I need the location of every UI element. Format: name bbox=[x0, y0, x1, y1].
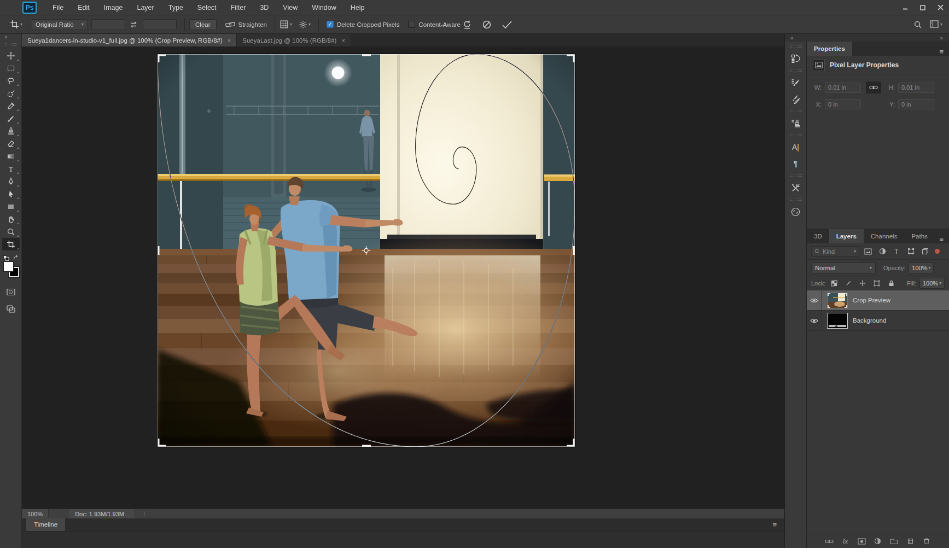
status-chevron-icon[interactable]: 〉 bbox=[143, 510, 149, 518]
tab-layers[interactable]: Layers bbox=[829, 229, 864, 243]
filter-smart-objects-icon[interactable] bbox=[919, 246, 930, 256]
tool-brush[interactable] bbox=[2, 112, 20, 125]
tool-clone-stamp[interactable] bbox=[2, 125, 20, 137]
strip-grip[interactable] bbox=[790, 134, 802, 136]
tool-eyedropper[interactable] bbox=[2, 100, 20, 112]
straighten-label[interactable]: Straighten bbox=[238, 21, 267, 28]
doc-size-readout[interactable]: Doc: 1.93M/1.93M bbox=[69, 509, 135, 518]
filter-adjustment-layers-icon[interactable] bbox=[877, 246, 888, 256]
strip-grip[interactable] bbox=[790, 69, 802, 72]
swap-colors-icon[interactable] bbox=[13, 255, 19, 261]
delete-cropped-pixels-option[interactable]: ✓ Delete Cropped Pixels bbox=[327, 21, 399, 28]
filter-pixel-layers-icon[interactable] bbox=[863, 246, 874, 256]
tab-document-1[interactable]: Sueya1dancers-in-studio-v1_full.jpg @ 10… bbox=[22, 34, 237, 46]
menu-select[interactable]: Select bbox=[190, 0, 224, 15]
layer-row-background[interactable]: Background bbox=[807, 311, 949, 331]
clone-source-panel-icon[interactable] bbox=[788, 116, 804, 130]
tab-channels[interactable]: Channels bbox=[864, 229, 905, 243]
brush-settings-panel-icon[interactable] bbox=[788, 75, 804, 90]
clear-button[interactable]: Clear bbox=[189, 19, 216, 30]
tool-path-select[interactable] bbox=[2, 188, 20, 200]
tool-hand[interactable] bbox=[2, 213, 20, 225]
crop-height-input[interactable] bbox=[143, 19, 177, 30]
foreground-color-swatch[interactable] bbox=[3, 261, 14, 272]
toolbar-grip[interactable] bbox=[5, 43, 17, 46]
lock-artboard-icon[interactable] bbox=[871, 278, 882, 288]
tool-zoom[interactable] bbox=[2, 225, 20, 238]
swap-dimensions-icon[interactable] bbox=[130, 21, 138, 28]
tool-pen[interactable] bbox=[2, 175, 20, 188]
layer-height-field[interactable]: 0.01 in bbox=[898, 83, 934, 93]
tool-presets-panel-icon[interactable] bbox=[788, 180, 804, 195]
reset-crop-icon[interactable] bbox=[462, 20, 472, 30]
tool-rectangle[interactable] bbox=[2, 200, 20, 213]
tool-eraser[interactable] bbox=[2, 137, 20, 150]
properties-menu-icon[interactable]: ≡ bbox=[939, 48, 944, 56]
current-tool-badge[interactable]: ▾ bbox=[10, 20, 22, 29]
workspace-selector-icon[interactable]: ▾ bbox=[930, 20, 942, 28]
commit-crop-icon[interactable] bbox=[502, 20, 513, 29]
tool-marquee[interactable] bbox=[2, 62, 20, 74]
tool-crop[interactable] bbox=[2, 238, 20, 250]
checkbox-checked-icon[interactable]: ✓ bbox=[327, 21, 334, 28]
layer-thumbnail[interactable] bbox=[827, 293, 848, 308]
layer-thumbnail[interactable] bbox=[827, 313, 848, 329]
layer-style-fx-icon[interactable]: fx bbox=[840, 536, 851, 546]
tab-document-2[interactable]: SueyaLast.jpg @ 100% (RGB/8#) × bbox=[237, 34, 351, 46]
expand-panels-icon[interactable]: » bbox=[940, 35, 944, 41]
filter-type-layers-icon[interactable]: T bbox=[891, 246, 902, 256]
search-icon[interactable] bbox=[913, 20, 922, 29]
tab-3d[interactable]: 3D bbox=[807, 229, 829, 243]
content-aware-option[interactable]: Content-Aware bbox=[408, 21, 461, 28]
menu-edit[interactable]: Edit bbox=[71, 0, 97, 15]
tool-type[interactable]: T bbox=[2, 162, 20, 175]
tool-gradient[interactable] bbox=[2, 150, 20, 162]
default-colors-icon[interactable] bbox=[3, 255, 9, 261]
menu-type[interactable]: Type bbox=[161, 0, 190, 15]
delete-layer-icon[interactable] bbox=[921, 536, 932, 546]
menu-layer[interactable]: Layer bbox=[130, 0, 161, 15]
visibility-eye-icon[interactable] bbox=[807, 311, 822, 330]
menu-help[interactable]: Help bbox=[343, 0, 372, 15]
crop-settings-gear-icon[interactable]: ▾ bbox=[299, 20, 311, 29]
minimize-icon[interactable] bbox=[896, 0, 914, 15]
straighten-icon[interactable] bbox=[225, 21, 235, 28]
screen-mode-icon[interactable] bbox=[2, 302, 20, 315]
checkbox-unchecked-icon[interactable] bbox=[408, 21, 415, 28]
menu-file[interactable]: File bbox=[45, 0, 71, 15]
close-tab-icon[interactable]: × bbox=[341, 37, 345, 44]
tab-paths[interactable]: Paths bbox=[904, 229, 934, 243]
lock-pixels-icon[interactable] bbox=[843, 278, 854, 288]
maximize-icon[interactable] bbox=[914, 0, 931, 15]
tab-properties[interactable]: Properties bbox=[807, 42, 852, 56]
strip-grip[interactable] bbox=[790, 110, 802, 112]
character-panel-icon[interactable]: A| bbox=[788, 140, 804, 154]
new-adjustment-layer-icon[interactable] bbox=[872, 536, 883, 546]
lock-all-icon[interactable] bbox=[886, 278, 896, 288]
cancel-crop-icon[interactable] bbox=[482, 20, 492, 30]
document-image[interactable] bbox=[158, 54, 575, 447]
filter-toggle-icon[interactable] bbox=[935, 249, 940, 254]
toolbar-expand-icon[interactable]: » bbox=[4, 34, 8, 42]
menu-view[interactable]: View bbox=[276, 0, 305, 15]
filter-shape-layers-icon[interactable] bbox=[905, 246, 916, 256]
tool-lasso[interactable] bbox=[2, 74, 20, 87]
canvas-area[interactable] bbox=[22, 46, 784, 509]
strip-grip[interactable] bbox=[790, 45, 802, 48]
paragraph-panel-icon[interactable]: ¶ bbox=[788, 156, 804, 171]
strip-grip[interactable] bbox=[790, 199, 802, 201]
menu-3d[interactable]: 3D bbox=[253, 0, 276, 15]
menu-filter[interactable]: Filter bbox=[224, 0, 253, 15]
tool-move[interactable] bbox=[2, 49, 20, 62]
lock-transparency-icon[interactable] bbox=[829, 278, 840, 288]
brushes-panel-icon[interactable] bbox=[788, 92, 804, 106]
cc-libraries-panel-icon[interactable] bbox=[788, 205, 804, 219]
layer-x-field[interactable]: 0 in bbox=[825, 99, 861, 109]
menu-image[interactable]: Image bbox=[97, 0, 130, 15]
zoom-level-field[interactable]: 100% bbox=[22, 509, 49, 518]
link-layers-icon[interactable] bbox=[824, 536, 835, 546]
add-layer-mask-icon[interactable] bbox=[856, 536, 867, 546]
history-panel-icon[interactable] bbox=[788, 51, 804, 66]
layer-y-field[interactable]: 0 in bbox=[898, 99, 934, 109]
crop-width-input[interactable] bbox=[91, 19, 125, 30]
